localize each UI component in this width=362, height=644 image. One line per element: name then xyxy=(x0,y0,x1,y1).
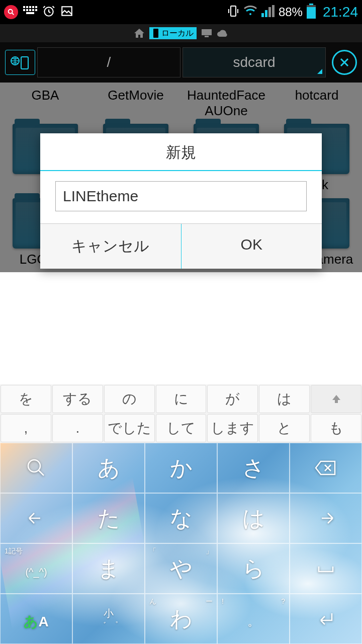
svg-rect-8 xyxy=(29,9,31,11)
device-icon[interactable] xyxy=(5,50,35,75)
tab-cloud-icon[interactable] xyxy=(217,28,229,38)
svg-rect-22 xyxy=(153,29,158,38)
suggest-key[interactable]: します xyxy=(207,414,258,442)
svg-rect-18 xyxy=(272,5,275,17)
kb-key-ka[interactable]: か xyxy=(145,443,217,493)
tab-home-icon[interactable] xyxy=(133,28,145,38)
svg-rect-26 xyxy=(21,57,28,69)
suggest-key[interactable]: は xyxy=(259,385,310,413)
suggest-key[interactable]: , xyxy=(1,414,51,442)
path-current[interactable]: sdcard xyxy=(183,47,326,77)
suggest-key[interactable]: . xyxy=(52,414,103,442)
svg-rect-5 xyxy=(35,6,37,8)
kb-key-ha[interactable]: は xyxy=(217,493,290,543)
suggestion-row-2: , . でした して します と も xyxy=(0,414,362,443)
svg-rect-7 xyxy=(26,9,28,11)
svg-rect-19 xyxy=(309,4,313,5)
svg-point-27 xyxy=(28,460,40,472)
suggestion-row-1: を する の に が は xyxy=(0,384,362,414)
svg-rect-2 xyxy=(26,6,28,8)
suggest-key[interactable]: の xyxy=(104,385,155,413)
kb-backspace-icon[interactable] xyxy=(290,443,362,493)
cancel-button[interactable]: キャンセル xyxy=(40,224,182,269)
battery-percent: 88% xyxy=(279,5,303,19)
suggest-up-icon[interactable] xyxy=(311,385,361,413)
kb-punct-key[interactable]: !?。 xyxy=(217,594,290,644)
status-bar: 88% 21:24 xyxy=(0,0,362,24)
search-icon xyxy=(4,5,18,19)
wifi-icon xyxy=(243,5,257,19)
kb-enter-icon[interactable] xyxy=(290,594,362,644)
path-root[interactable]: / xyxy=(37,47,180,77)
kb-search-icon[interactable] xyxy=(0,443,72,493)
kb-key-a[interactable]: あ xyxy=(72,443,145,493)
path-bar: / sdcard xyxy=(0,42,362,83)
kb-key-ta[interactable]: た xyxy=(72,493,145,543)
suggest-key[interactable]: でした xyxy=(104,414,155,442)
svg-rect-23 xyxy=(202,29,212,35)
kb-space-icon[interactable] xyxy=(290,543,362,594)
svg-rect-24 xyxy=(205,36,209,37)
signal-icon xyxy=(261,5,275,19)
keyboard: を する の に が は , . でした して します と も あ か さ xyxy=(0,384,362,644)
dialog-title: 新規 xyxy=(40,133,322,170)
kb-key-ya[interactable]: 「」や xyxy=(145,543,217,594)
svg-rect-16 xyxy=(265,10,267,17)
kb-key-sa[interactable]: さ xyxy=(217,443,290,493)
svg-rect-10 xyxy=(35,9,37,11)
kb-symbol-key[interactable]: 1記号(^_^) xyxy=(0,543,72,594)
svg-rect-6 xyxy=(23,9,25,11)
ok-button[interactable]: OK xyxy=(182,224,322,269)
kb-mode-key[interactable]: あA xyxy=(0,594,72,644)
svg-rect-3 xyxy=(29,6,31,8)
alarm-icon xyxy=(42,5,55,20)
new-folder-dialog: 新規 キャンセル OK xyxy=(40,133,322,269)
folder-name-input[interactable] xyxy=(55,181,307,211)
svg-rect-4 xyxy=(32,6,34,8)
tab-computer-icon[interactable] xyxy=(201,28,213,38)
svg-rect-17 xyxy=(268,7,271,17)
svg-rect-9 xyxy=(32,9,34,11)
status-left xyxy=(4,5,73,20)
picture-icon xyxy=(60,5,73,20)
svg-rect-1 xyxy=(23,6,25,8)
svg-rect-15 xyxy=(261,13,264,17)
suggest-key[interactable]: を xyxy=(1,385,51,413)
suggest-key[interactable]: に xyxy=(156,385,207,413)
svg-rect-14 xyxy=(231,6,236,16)
tab-local[interactable]: ローカル xyxy=(149,27,197,39)
vibrate-icon xyxy=(227,4,239,20)
kb-right-arrow-icon[interactable] xyxy=(290,493,362,543)
svg-point-0 xyxy=(9,10,13,14)
status-right: 88% 21:24 xyxy=(227,4,358,21)
close-button[interactable] xyxy=(332,50,357,75)
svg-rect-11 xyxy=(26,12,34,14)
kb-left-arrow-icon[interactable] xyxy=(0,493,72,543)
battery-icon xyxy=(307,4,316,21)
suggest-key[interactable]: が xyxy=(207,385,258,413)
suggest-key[interactable]: する xyxy=(52,385,103,413)
kb-key-wa[interactable]: んーわ xyxy=(145,594,217,644)
suggest-key[interactable]: して xyxy=(156,414,207,442)
kb-key-na[interactable]: な xyxy=(145,493,217,543)
kb-key-ra[interactable]: ら xyxy=(217,543,290,594)
kb-small-key[interactable]: 小゛ ゜ xyxy=(72,594,145,644)
keyboard-icon xyxy=(23,6,37,18)
svg-rect-21 xyxy=(307,7,316,19)
tab-bar: ローカル xyxy=(0,24,362,42)
suggest-key[interactable]: も xyxy=(311,414,361,442)
suggest-key[interactable]: と xyxy=(259,414,310,442)
clock: 21:24 xyxy=(323,4,358,20)
kb-key-ma[interactable]: ま xyxy=(72,543,145,594)
